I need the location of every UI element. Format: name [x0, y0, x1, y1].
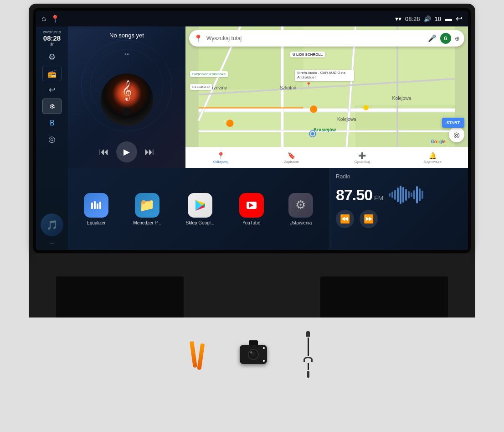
radio-forward-button[interactable]: ⏩ — [360, 210, 378, 228]
map-label-lidii: U LIDII SCHROLL — [290, 52, 325, 57]
svg-text:Kolejowa: Kolejowa — [337, 117, 356, 122]
content-area: No songs yet •• 𝄞 — [68, 26, 468, 250]
vent-right — [320, 276, 448, 317]
home-icon[interactable]: ⌂ — [41, 15, 46, 23]
app-playstore-label: Sklep Googl... — [186, 220, 215, 225]
radio-freq-display: 87.50 — [336, 186, 372, 204]
music-player: No songs yet •• 𝄞 — [68, 26, 185, 168]
app-playstore[interactable]: Sklep Googl... — [186, 193, 215, 225]
status-bar-right: ▾▾ 08:28 🔊 18 ▬ ↩ — [395, 14, 463, 24]
music-dots: •• — [124, 51, 129, 58]
map-label-elgusto: ELGUSTO — [190, 84, 212, 90]
svg-text:Krasiejów: Krasiejów — [314, 127, 336, 132]
svg-point-25 — [310, 105, 317, 113]
main-content: 2023/12/13 08:28 śr ⚙ 📻 ↩ ❄ Ƀ ◎ 🎵 ↔ — [36, 26, 468, 250]
map-nav-contribute[interactable]: ➕ Opublikuj — [327, 152, 397, 164]
maps-icon[interactable]: 📍 — [51, 15, 60, 23]
app-youtube-label: YouTube — [242, 220, 260, 225]
prev-button[interactable]: ⏮ — [99, 146, 109, 158]
freeze-button[interactable]: ❄ — [42, 99, 62, 114]
map-label-strefa: Strefa Audio - CAR AUDIO na Androidzie ! — [295, 70, 354, 81]
app-files[interactable]: 📁 Menedżer P... — [133, 193, 161, 225]
map-panel: Brzeziny Szkolna Kolejowa Kolejowa Krasi… — [185, 26, 468, 168]
screen-bezel: ⌂ 📍 ▾▾ 08:28 🔊 18 ▬ ↩ — [33, 8, 471, 253]
svg-rect-28 — [94, 201, 96, 209]
bluetooth-button[interactable]: Ƀ — [42, 115, 62, 130]
app-youtube[interactable]: YouTube — [239, 193, 264, 225]
back-button[interactable]: ↩ — [42, 82, 62, 98]
app-equalizer-label: Equalizer — [87, 220, 106, 225]
map-account-button[interactable]: G — [440, 33, 451, 44]
radio-button[interactable]: 📻 — [42, 66, 62, 81]
google-logo: Google — [431, 139, 445, 144]
map-bottom-nav: 📍 Odkrywaj 🔖 Zapisane ➕ — [185, 147, 468, 168]
sidebar-date: 2023/12/13 — [43, 30, 61, 34]
svg-rect-29 — [97, 203, 98, 209]
map-layers-icon[interactable]: ⊕ — [455, 35, 460, 42]
app-files-label: Menedżer P... — [133, 220, 161, 225]
settings-button[interactable]: ⚙ — [42, 49, 62, 65]
top-row: No songs yet •• 𝄞 — [68, 26, 468, 168]
map-label-krasienka: Gościniec Krasieńka — [190, 71, 228, 77]
album-art: 𝄞 — [101, 73, 153, 126]
map-label-strefa-pin: 📍 — [306, 82, 311, 87]
radio-label: Radio — [336, 173, 462, 180]
svg-text:Kolejowa: Kolejowa — [392, 96, 411, 101]
radio-panel: Radio 87.50 FM — [329, 168, 468, 250]
sidebar: 2023/12/13 08:28 śr ⚙ 📻 ↩ ❄ Ƀ ◎ 🎵 ↔ — [36, 26, 68, 250]
status-bar: ⌂ 📍 ▾▾ 08:28 🔊 18 ▬ ↩ — [36, 11, 468, 26]
map-pin-icon: 📍 — [194, 34, 203, 43]
pry-tools — [191, 341, 203, 368]
radio-rewind-button[interactable]: ⏪ — [336, 210, 354, 228]
sidebar-time: 08:28 — [43, 34, 61, 42]
car-mount: ⌂ 📍 ▾▾ 08:28 🔊 18 ▬ ↩ — [29, 4, 475, 317]
map-search-text: Wyszukaj tutaj — [206, 35, 424, 42]
battery-icon: ▬ — [445, 15, 452, 23]
svg-text:!: ! — [224, 120, 225, 123]
wifi-icon: ▾▾ — [395, 15, 401, 22]
map-locate-button[interactable]: ◎ — [449, 127, 464, 142]
aux-cable — [303, 331, 313, 378]
status-bar-left: ⌂ 📍 — [41, 15, 60, 23]
next-button[interactable]: ⏭ — [144, 146, 154, 158]
car-unit-frame: ⌂ 📍 ▾▾ 08:28 🔊 18 ▬ ↩ — [0, 0, 504, 432]
map-nav-updates[interactable]: 🔔 Najnowsze — [397, 152, 468, 164]
screen: ⌂ 📍 ▾▾ 08:28 🔊 18 ▬ ↩ — [36, 11, 468, 250]
voice-button[interactable]: 🎵 — [41, 213, 63, 236]
play-button[interactable]: ▶ — [116, 141, 137, 162]
waveform-display — [389, 183, 423, 206]
radio-controls: ⏪ ⏩ — [336, 210, 462, 228]
svg-point-26 — [363, 105, 368, 110]
sidebar-datetime: 2023/12/13 08:28 śr — [43, 30, 61, 47]
app-equalizer[interactable]: Equalizer — [84, 193, 108, 225]
music-title: No songs yet — [109, 32, 144, 39]
status-time: 08:28 — [405, 16, 420, 22]
backup-camera — [240, 345, 267, 364]
map-nav-discover[interactable]: 📍 Odkrywaj — [185, 152, 256, 164]
svg-rect-27 — [91, 203, 93, 209]
svg-point-23 — [226, 120, 234, 127]
car-mount-bottom — [33, 254, 471, 317]
map-start-button[interactable]: START — [442, 118, 464, 128]
location-button[interactable]: ◎ — [42, 131, 62, 147]
map-search-bar[interactable]: 📍 Wyszukaj tutaj 🎤 G ⊕ — [189, 30, 464, 47]
music-controls: ⏮ ▶ ⏭ — [99, 141, 154, 162]
accessories-row — [29, 322, 475, 387]
radio-frequency: 87.50 FM — [336, 186, 383, 204]
sidebar-day: śr — [43, 42, 61, 47]
vent-left — [56, 276, 184, 317]
map-mic-icon[interactable]: 🎤 — [428, 34, 437, 42]
volume-icon: 🔊 — [424, 16, 431, 22]
map-nav-saved[interactable]: 🔖 Zapisane — [256, 152, 327, 164]
radio-main: 87.50 FM — [336, 183, 462, 206]
radio-band: FM — [374, 194, 383, 202]
svg-point-22 — [311, 132, 314, 135]
volume-level: 18 — [435, 16, 441, 22]
sidebar-drag-handle[interactable]: ↔ — [49, 240, 55, 246]
svg-rect-30 — [99, 202, 101, 209]
app-settings-label: Ustawienia — [289, 220, 312, 225]
back-icon[interactable]: ↩ — [456, 14, 463, 24]
bottom-row: Equalizer 📁 Menedżer P... — [68, 168, 468, 250]
app-settings[interactable]: ⚙ Ustawienia — [288, 193, 313, 225]
apps-panel: Equalizer 📁 Menedżer P... — [68, 168, 329, 250]
